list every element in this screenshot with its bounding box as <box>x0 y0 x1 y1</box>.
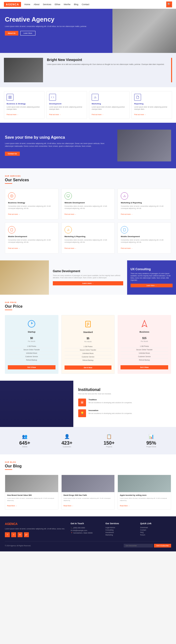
save-text: Save your time by using Agenca Lorem ips… <box>5 135 112 156</box>
svc-icon-1 <box>64 192 72 200</box>
innovation-title: Innovation <box>88 409 132 412</box>
stat-clients: 👥 645+ Clients <box>5 434 45 448</box>
institutional-item-1: 💡 Innovation We are excellence in develo… <box>78 409 171 417</box>
nav-blog[interactable]: Blog <box>74 3 78 6</box>
svc-text-3: Consectetur dolor sit amet, consectetur … <box>8 239 55 243</box>
twitter-icon[interactable]: t <box>11 532 16 537</box>
business-feature-1: Secure Online Transfer <box>121 348 168 352</box>
customers-label: Customers <box>47 446 87 448</box>
blog-link-2[interactable]: Read More → <box>120 505 130 506</box>
svg-point-8 <box>11 196 12 197</box>
standard-price: $5 <box>64 334 112 341</box>
business-btn[interactable]: Get it Now <box>121 365 168 370</box>
footer-quicklinks-title: Quick Link <box>140 522 171 525</box>
startup-feature-1: Secure Online Transfer <box>8 348 55 352</box>
mini-services-row: Business & Strategy Lorem ipsum dolor si… <box>0 87 176 123</box>
blog-title-2: Apple boosted by selling more <box>120 494 169 496</box>
pricing-grid: Startup $0 Per Month 1 GB Photos Secure … <box>5 315 171 374</box>
svc-link-4[interactable]: Find out more → <box>64 248 76 249</box>
business-feature-3: Customer Service <box>121 355 168 358</box>
footer-service-0[interactable]: Legal Advice <box>105 527 136 528</box>
nav-services[interactable]: Services <box>43 3 51 6</box>
nav-about[interactable]: About <box>34 3 40 6</box>
institutional-image <box>0 381 73 427</box>
linkedin-icon[interactable]: in <box>17 532 22 537</box>
facebook-icon[interactable]: f <box>5 532 10 537</box>
footer-quick-2[interactable]: FAQ <box>140 532 171 533</box>
svc-item-5: Mobile Development Consectetur dolor sit… <box>118 222 171 253</box>
nav-contact[interactable]: Contact <box>82 3 89 6</box>
service-link-0[interactable]: Find out more → <box>6 114 18 116</box>
startup-price: $0 <box>8 334 55 340</box>
service-title-3: Reporting <box>134 103 170 105</box>
about-us-button[interactable]: About Us <box>5 31 18 36</box>
footer-quicklinks: Quick Link Download Contact FAQ Forum <box>140 522 171 537</box>
svc-link-1[interactable]: Find out more → <box>64 213 76 215</box>
footer-service-2[interactable]: Investment <box>105 532 136 533</box>
institutional-subtitle: Find out the best and the most we invest… <box>78 393 171 395</box>
service-link-3[interactable]: Find out more → <box>134 114 146 116</box>
svc-link-5[interactable]: Find out more → <box>121 248 133 249</box>
blog-link-0[interactable]: Read More → <box>7 505 17 506</box>
standard-btn[interactable]: Get it Now <box>64 366 112 370</box>
nav-menhe[interactable]: Menhe <box>64 3 71 6</box>
blog-title-0: How Brand Social Value Will <box>7 494 56 496</box>
blog-text-2: Lorem ipsum dolor sit amet, consectetur … <box>120 497 169 502</box>
nav-home[interactable]: Home <box>24 3 30 6</box>
ux-consulting-button[interactable]: Learn More → <box>131 284 173 287</box>
service-title-2: Marketing <box>92 103 127 105</box>
viewpoint-section: Bright New Viewpoint Lorem ipsum dolor s… <box>0 53 176 87</box>
newsletter-button[interactable]: Get It Subscribe <box>154 544 171 548</box>
footer-quick-1[interactable]: Contact <box>140 529 171 531</box>
footer-service-1[interactable]: Consulting <box>105 529 136 531</box>
startup-label: Per Month <box>8 340 55 342</box>
blog-link-1[interactable]: Read More → <box>64 505 73 506</box>
footer-quick-3[interactable]: Forum <box>140 534 171 536</box>
standard-name: Standard <box>64 331 112 334</box>
footer-service-3[interactable]: Marketing <box>105 534 136 536</box>
done-number: 95% <box>132 440 171 446</box>
service-link-2[interactable]: Find out more → <box>92 114 103 116</box>
footer-services-title: Our Services <box>105 522 136 525</box>
svc-icon-3 <box>8 226 15 234</box>
pricing-underline <box>5 310 12 310</box>
services-grid: Business Strategy Consectetur dolor sit … <box>5 188 171 253</box>
svc-title-5: Mobile Development <box>121 236 168 238</box>
nav-ethse[interactable]: Ethse <box>55 3 60 6</box>
newsletter-input[interactable] <box>124 544 153 548</box>
innovation-icon: 💡 <box>78 409 86 417</box>
standard-feature-0: 1 GB Photos <box>64 345 112 348</box>
standard-feature-1: Secure Online Transfer <box>64 348 112 352</box>
googleplus-icon[interactable]: g+ <box>24 532 29 537</box>
game-dev-button[interactable]: Learn more → <box>53 281 123 286</box>
startup-btn[interactable]: Get it Now <box>8 365 55 370</box>
svg-rect-20 <box>123 228 125 232</box>
service-text-0: Lorem ipsum dolor sit amet, adipiscing p… <box>6 106 42 110</box>
svg-rect-1 <box>10 96 11 97</box>
contact-us-button[interactable]: Contact Us <box>5 152 20 156</box>
startup-icon <box>27 319 36 329</box>
svc-item-1: Website Development Consectetur dolor si… <box>61 188 115 220</box>
nav-logo[interactable]: AGENCA <box>4 2 21 7</box>
game-dev-content: Game Development There are many variatio… <box>49 260 127 295</box>
projects-icon: 📋 <box>89 434 129 439</box>
standard-feature-3: Customer Service <box>64 355 112 358</box>
service-icon-3 <box>134 94 141 101</box>
footer-quick-0[interactable]: Download <box>140 527 171 528</box>
svc-link-2[interactable]: Find out more → <box>121 213 133 215</box>
svc-link-0[interactable]: Find out more → <box>8 213 20 215</box>
blog-image-2 <box>118 475 171 492</box>
footer-logo: AGENCA <box>5 522 67 526</box>
standard-feature-2: Unlimited Music <box>64 352 112 355</box>
footer-copyright: © 2024 Agenca. All Rights Reserved. <box>5 545 31 546</box>
svc-title-4: Marketing & Reporting <box>64 236 112 238</box>
ux-consulting-panel: UX Consulting There are many variations … <box>127 260 176 295</box>
business-features: 1 GB Photos Secure Online Transfer Unlim… <box>121 345 168 362</box>
svc-text-1: Consectetur dolor sit amet, consectetur … <box>64 205 112 210</box>
service-link-1[interactable]: Find out more → <box>49 114 61 116</box>
svc-link-3[interactable]: Find out more → <box>8 248 20 249</box>
search-button[interactable]: 🔍 <box>166 2 172 7</box>
learn-more-button[interactable]: Learn More <box>20 31 35 36</box>
save-image <box>117 130 171 162</box>
business-icon <box>140 319 149 329</box>
